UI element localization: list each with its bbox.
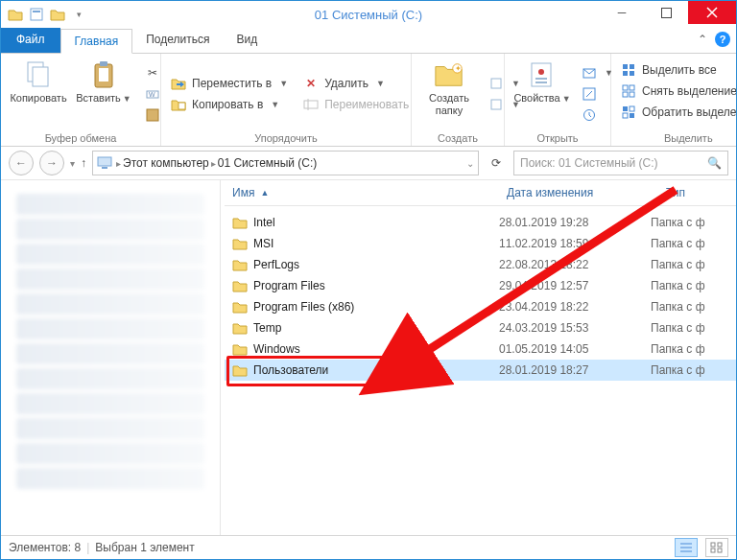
svg-rect-31 <box>623 92 628 97</box>
file-date: 01.05.2019 14:05 <box>491 342 643 356</box>
new-folder-button[interactable]: ✦ Создать папку <box>417 58 481 130</box>
history-icon <box>582 107 597 123</box>
svg-rect-33 <box>623 106 628 111</box>
minimize-button[interactable]: ─ <box>600 1 644 24</box>
maximize-button[interactable] <box>644 1 688 24</box>
svg-rect-26 <box>630 64 634 69</box>
chevron-right-icon[interactable]: ▸ <box>116 158 121 169</box>
move-to-icon <box>171 76 186 91</box>
select-all-button[interactable]: Выделить все <box>617 61 737 79</box>
folder-new-icon: ✦ <box>434 59 464 90</box>
explorer-window: ▾ 01 Системный (C:) ─ Файл Главная Подел… <box>0 0 737 560</box>
recent-locations-button[interactable]: ▾ <box>70 158 75 169</box>
folder-icon <box>232 237 248 250</box>
svg-rect-45 <box>718 548 722 552</box>
move-to-button[interactable]: Переместить в▼ <box>167 75 292 92</box>
refresh-button[interactable]: ⟳ <box>485 152 508 175</box>
delete-button[interactable]: ✕Удалить▼ <box>299 75 413 92</box>
search-box[interactable]: Поиск: 01 Системный (C:) 🔍 <box>513 151 728 175</box>
svg-rect-32 <box>630 92 634 97</box>
shortcut-icon <box>145 107 160 123</box>
svg-point-19 <box>538 69 544 75</box>
view-icons-button[interactable] <box>705 538 728 557</box>
titlebar: ▾ 01 Системный (C:) ─ <box>1 1 736 28</box>
column-name[interactable]: Имя▲ <box>225 186 499 199</box>
table-row[interactable]: Program Files (x86)23.04.2019 18:22Папка… <box>225 296 736 317</box>
svg-rect-42 <box>711 543 715 547</box>
view-details-button[interactable] <box>675 538 698 557</box>
breadcrumb-dropdown[interactable]: ⌄ <box>466 158 474 169</box>
select-none-icon <box>621 83 636 99</box>
column-type[interactable]: Тип <box>658 186 736 199</box>
status-count: Элементов: 8 <box>9 541 81 554</box>
tab-share[interactable]: Поделиться <box>132 28 223 53</box>
svg-rect-34 <box>630 106 634 111</box>
ribbon-group-clipboard: Копировать Вставить▼ ✂ W Буфер обмена <box>1 54 161 146</box>
svg-rect-2 <box>661 8 671 17</box>
scissors-icon: ✂ <box>145 65 160 81</box>
tab-home[interactable]: Главная <box>60 29 133 54</box>
file-type: Папка с ф <box>643 237 736 250</box>
close-button[interactable] <box>688 1 736 24</box>
file-list: Имя▲ Дата изменения Тип Intel28.01.2019 … <box>225 180 736 535</box>
table-row[interactable]: Temp24.03.2019 15:53Папка с ф <box>225 317 736 338</box>
paste-button[interactable]: Вставить▼ <box>72 58 135 130</box>
nav-back-button[interactable]: ← <box>9 151 34 175</box>
table-row[interactable]: Intel28.01.2019 19:28Папка с ф <box>225 212 736 233</box>
breadcrumb[interactable]: ▸ Этот компьютер ▸ 01 Системный (C:) ⌄ <box>92 151 479 175</box>
tab-view[interactable]: Вид <box>223 28 271 53</box>
svg-rect-6 <box>99 68 108 82</box>
properties-button[interactable]: Свойства▼ <box>511 58 574 130</box>
open-icon <box>582 65 597 81</box>
address-bar: ← → ▾ ↑ ▸ Этот компьютер ▸ 01 Системный … <box>1 147 736 180</box>
svg-rect-44 <box>711 548 715 552</box>
qat-newfolder-icon[interactable] <box>49 6 66 23</box>
table-row[interactable]: MSI11.02.2019 18:59Папка с ф <box>225 233 736 254</box>
table-row[interactable]: Program Files29.04.2019 12:57Папка с ф <box>225 275 736 296</box>
column-date[interactable]: Дата изменения <box>499 186 658 199</box>
file-name: PerfLogs <box>253 258 299 271</box>
tab-file[interactable]: Файл <box>1 28 60 53</box>
folder-icon <box>232 216 248 229</box>
system-menu-icon[interactable] <box>7 6 24 23</box>
path-icon: W <box>145 86 160 102</box>
file-type: Папка с ф <box>643 300 736 314</box>
svg-rect-43 <box>718 543 722 547</box>
search-icon: 🔍 <box>707 156 722 170</box>
svg-rect-20 <box>535 78 547 80</box>
folder-icon <box>232 258 248 271</box>
folder-icon <box>232 363 248 377</box>
file-rows: Intel28.01.2019 19:28Папка с фMSI11.02.2… <box>225 206 736 535</box>
select-none-button[interactable]: Снять выделение <box>617 82 737 100</box>
table-row[interactable]: Windows01.05.2019 14:05Папка с ф <box>225 338 736 360</box>
crumb-drive[interactable]: 01 Системный (C:) <box>218 156 318 170</box>
navigation-pane[interactable] <box>1 180 221 535</box>
svg-text:✦: ✦ <box>455 64 462 73</box>
nav-forward-button[interactable]: → <box>39 151 64 175</box>
qat-properties-icon[interactable] <box>28 6 45 23</box>
file-date: 23.04.2019 18:22 <box>491 300 643 314</box>
svg-rect-21 <box>535 82 547 83</box>
invert-icon <box>621 105 636 120</box>
properties-icon <box>527 59 558 90</box>
chevron-right-icon[interactable]: ▸ <box>211 158 216 169</box>
ribbon-collapse-button[interactable]: ⌃ <box>698 33 707 46</box>
rename-icon <box>303 97 319 112</box>
crumb-this-pc[interactable]: Этот компьютер <box>123 156 209 170</box>
table-row[interactable]: Пользователи28.01.2019 18:27Папка с ф <box>225 360 736 381</box>
rename-button[interactable]: Переименовать <box>299 96 413 113</box>
ribbon: Копировать Вставить▼ ✂ W Буфер обмена Пе… <box>1 54 736 147</box>
copy-button[interactable]: Копировать <box>7 58 70 130</box>
help-button[interactable]: ? <box>715 32 730 47</box>
folder-icon <box>232 279 248 292</box>
table-row[interactable]: PerfLogs22.08.2013 18:22Папка с ф <box>225 254 736 275</box>
new-item-icon <box>488 76 504 91</box>
nav-up-button[interactable]: ↑ <box>81 156 86 170</box>
qat-customize-icon[interactable]: ▾ <box>70 6 87 23</box>
invert-selection-button[interactable]: Обратить выделение <box>617 104 737 121</box>
file-name: Windows <box>253 342 300 356</box>
svg-rect-7 <box>100 61 107 66</box>
copy-to-button[interactable]: Копировать в▼ <box>167 96 292 113</box>
delete-icon: ✕ <box>303 76 319 91</box>
file-date: 28.01.2019 19:28 <box>491 216 643 229</box>
